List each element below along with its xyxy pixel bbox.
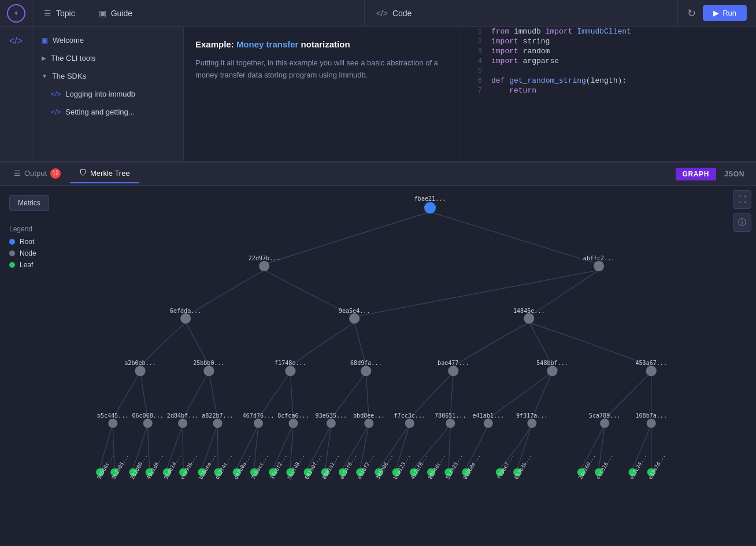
merkle-icon: ⛉ [79, 169, 87, 178]
topic-nav-icon: ☰ [44, 9, 51, 18]
svg-text:bbd8ee...: bbd8ee... [353, 412, 385, 419]
legend: Legend Root Node Leaf [9, 225, 83, 269]
tree-svg-container: .node-label { font-family: monospace; fo… [92, 186, 756, 546]
svg-point-48 [527, 419, 536, 428]
svg-text:f7cc3c...: f7cc3c... [394, 412, 426, 419]
setting-icon: </> [51, 108, 61, 116]
svg-text:e3347d...: e3347d... [647, 453, 666, 480]
tab-merkle-tree[interactable]: ⛉ Merkle Tree [70, 164, 139, 183]
svg-text:a2b0eb...: a2b0eb... [124, 360, 156, 366]
metrics-panel: Metrics Legend Root Node Leaf [0, 186, 92, 546]
svg-text:653b3b...: 653b3b... [513, 453, 532, 480]
svg-point-18 [361, 366, 371, 376]
svg-point-2 [259, 261, 269, 271]
guide-panel: Example: Money transfer notarization Put… [184, 27, 461, 161]
svg-text:7cbacc...: 7cbacc... [250, 453, 269, 480]
guide-body: Putting it all together, in this example… [195, 57, 449, 82]
view-toggle: GRAPH JSON [676, 168, 751, 180]
svg-text:25bbb0...: 25bbb0... [193, 360, 225, 366]
info-button[interactable]: ⓘ [733, 213, 751, 232]
code-nav-icon: </> [376, 9, 388, 18]
svg-text:49c1d6...: 49c1d6... [146, 453, 165, 480]
svg-text:a918f2...: a918f2... [356, 453, 375, 480]
guide-nav-icon: ▣ [99, 9, 106, 18]
svg-text:305906...: 305906... [375, 453, 394, 480]
svg-text:06c068...: 06c068... [132, 412, 164, 419]
merkle-tab-label: Merkle Tree [90, 169, 130, 178]
sdks-arrow-icon: ▼ [42, 73, 47, 79]
svg-text:e41ab1...: e41ab1... [473, 412, 505, 419]
legend-node: Node [9, 249, 83, 257]
svg-point-32 [213, 419, 222, 428]
svg-text:9ea5e4...: 9ea5e4... [339, 308, 370, 314]
svg-text:548bbf...: 548bbf... [536, 360, 568, 366]
svg-point-14 [203, 366, 214, 376]
run-label: Run [722, 9, 736, 17]
svg-text:93e635...: 93e635... [316, 412, 347, 419]
cli-arrow-icon: ▶ [42, 55, 46, 61]
graph-view-button[interactable]: GRAPH [676, 168, 716, 180]
code-nav-label: Code [392, 9, 412, 18]
svg-text:5bcf48...: 5bcf48... [286, 453, 305, 480]
code-nav-section: </> Code [365, 0, 678, 26]
root-label: Root [20, 238, 34, 246]
topic-logging[interactable]: </> Logging into immudb [32, 85, 183, 103]
svg-point-4 [594, 261, 604, 271]
code-line-2: 2 import string [461, 36, 756, 46]
svg-point-40 [364, 419, 373, 428]
topic-sdks[interactable]: ▼ The SDKs [32, 67, 183, 85]
guide-title: Example: Money transfer notarization [195, 38, 449, 50]
svg-text:bca123...: bca123... [392, 453, 412, 480]
metrics-button[interactable]: Metrics [9, 195, 49, 211]
legend-leaf: Leaf [9, 261, 83, 269]
topic-logging-label: Logging into immudb [65, 90, 135, 98]
output-tab-icon: ☰ [14, 169, 21, 178]
svg-point-6 [180, 313, 191, 324]
topic-setting[interactable]: </> Setting and getting... [32, 103, 183, 121]
svg-text:22d97b...: 22d97b... [249, 255, 280, 261]
merkle-tree-svg: .node-label { font-family: monospace; fo… [92, 186, 756, 523]
svg-point-12 [135, 366, 146, 376]
run-button[interactable]: ▶ Run [703, 5, 747, 21]
svg-text:bae477...: bae477... [438, 360, 469, 366]
code-line-5: 5 [461, 66, 756, 76]
svg-point-30 [178, 419, 187, 428]
leaf-label: Leaf [20, 261, 33, 269]
svg-text:8854dc...: 8854dc... [427, 453, 446, 480]
svg-text:d12f4c...: d12f4c... [214, 453, 234, 480]
lower-section: ☰ Output 12 ⛉ Merkle Tree GRAPH JSON Met… [0, 162, 756, 546]
merkle-area: Metrics Legend Root Node Leaf [0, 186, 756, 546]
tab-output[interactable]: ☰ Output 12 [5, 164, 70, 185]
svg-text:6efdda...: 6efdda... [170, 308, 202, 314]
svg-text:8081a1...: 8081a1... [321, 453, 340, 480]
logo[interactable]: ✦ [7, 4, 25, 23]
topic-welcome[interactable]: ▣ Welcome [32, 31, 183, 49]
svg-text:282d00...: 282d00... [129, 453, 149, 480]
svg-text:68d9fa...: 68d9fa... [350, 360, 382, 366]
svg-text:5ca789...: 5ca789... [589, 412, 621, 419]
svg-text:51f925...: 51f925... [444, 453, 464, 480]
topic-cli[interactable]: ▶ The CLI tools [32, 49, 183, 67]
sidebar-code-icon[interactable]: </> [9, 36, 23, 46]
json-view-button[interactable]: JSON [717, 168, 751, 180]
svg-point-28 [143, 419, 153, 428]
guide-nav-label: Guide [111, 9, 132, 18]
svg-text:f1748e...: f1748e... [275, 360, 306, 366]
fullscreen-button[interactable]: ⛶ [733, 190, 751, 209]
topic-panel: ▣ Welcome ▶ The CLI tools ▼ The SDKs </>… [32, 27, 184, 161]
leaf-dot [9, 262, 15, 268]
svg-text:457bf0...: 457bf0... [410, 453, 429, 480]
svg-text:b26eee...: b26eee... [198, 453, 217, 480]
svg-point-50 [600, 419, 609, 428]
legend-root: Root [9, 238, 83, 246]
svg-text:ccc316...: ccc316... [595, 453, 614, 480]
left-sidebar: </> [0, 27, 32, 161]
run-icon: ▶ [713, 9, 719, 17]
svg-point-24 [646, 366, 657, 376]
root-dot [9, 239, 15, 245]
output-badge: 12 [50, 168, 61, 179]
guide-title-highlight: Money transfer [236, 39, 299, 49]
svg-text:2de160...: 2de160... [577, 453, 596, 480]
refresh-button[interactable]: ↻ [687, 7, 696, 20]
node-dot [9, 250, 15, 256]
